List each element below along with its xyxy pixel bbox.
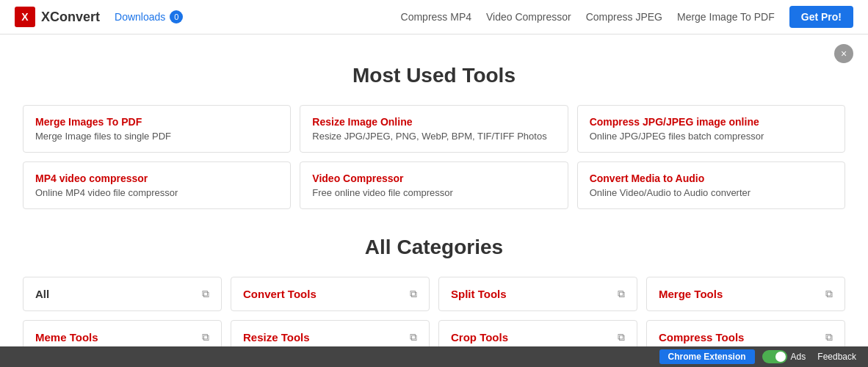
tool-card-4[interactable]: Video Compressor Free online video file …	[300, 161, 568, 209]
category-title-2: Split Tools	[451, 288, 507, 300]
tool-card-title-3: MP4 video compressor	[35, 172, 278, 184]
downloads-label: Downloads	[115, 11, 165, 23]
nav-link-compress-mp4[interactable]: Compress MP4	[401, 11, 471, 23]
category-title-4: Meme Tools	[35, 331, 98, 344]
logo-area: X XConvert	[15, 7, 100, 27]
category-title-6: Crop Tools	[451, 331, 508, 344]
external-link-icon-6: ⧉	[618, 331, 625, 344]
tool-card-desc-1: Resize JPG/JPEG, PNG, WebP, BPM, TIF/TIF…	[312, 131, 555, 142]
tool-card-desc-3: Online MP4 video file compressor	[35, 187, 278, 198]
tool-card-desc-5: Online Video/Audio to Audio converter	[590, 187, 833, 198]
external-link-icon-2: ⧉	[618, 288, 625, 300]
external-link-icon-1: ⧉	[410, 288, 417, 300]
categories-grid: All ⧉ Convert Tools ⧉ Split Tools ⧉ Merg…	[23, 277, 845, 355]
tool-card-1[interactable]: Resize Image Online Resize JPG/JPEG, PNG…	[300, 105, 568, 153]
tool-card-desc-0: Merge Image files to single PDF	[35, 131, 278, 142]
ads-toggle-area: Ads	[762, 350, 806, 355]
header: X XConvert Downloads 0 Compress MP4 Vide…	[0, 0, 868, 34]
header-nav: Compress MP4 Video Compressor Compress J…	[401, 6, 853, 28]
nav-link-compress-jpeg[interactable]: Compress JPEG	[586, 11, 662, 23]
close-button[interactable]: ×	[834, 44, 853, 63]
tool-card-3[interactable]: MP4 video compressor Online MP4 video fi…	[23, 161, 291, 209]
nav-link-video-compressor[interactable]: Video Compressor	[486, 11, 571, 23]
tool-card-desc-4: Free online video file compressor	[312, 187, 555, 198]
category-title-1: Convert Tools	[243, 288, 317, 300]
logo-text: XConvert	[41, 10, 100, 25]
tool-card-title-2: Compress JPG/JPEG image online	[590, 116, 833, 128]
tool-card-2[interactable]: Compress JPG/JPEG image online Online JP…	[577, 105, 845, 153]
logo-icon: X	[15, 7, 35, 27]
get-pro-button[interactable]: Get Pro!	[789, 6, 853, 28]
most-used-title: Most Used Tools	[23, 64, 845, 87]
category-title-5: Resize Tools	[243, 331, 310, 344]
nav-link-merge-image[interactable]: Merge Image To PDF	[677, 11, 775, 23]
tool-card-title-4: Video Compressor	[312, 172, 555, 184]
external-link-icon-7: ⧉	[825, 331, 833, 344]
category-title-0: All	[35, 288, 49, 300]
tool-card-desc-2: Online JPG/JPEG files batch compressor	[590, 131, 833, 142]
external-link-icon-3: ⧉	[825, 288, 833, 300]
ads-label: Ads	[791, 352, 806, 355]
downloads-badge: 0	[170, 10, 183, 23]
category-title-3: Merge Tools	[659, 288, 723, 300]
category-card-2[interactable]: Split Tools ⧉	[438, 277, 637, 311]
external-link-icon-0: ⧉	[202, 288, 209, 300]
feedback-button[interactable]: Feedback	[813, 350, 861, 355]
most-used-tools-grid: Merge Images To PDF Merge Image files to…	[23, 105, 845, 209]
main-content: Most Used Tools Merge Images To PDF Merg…	[8, 34, 860, 355]
tool-card-0[interactable]: Merge Images To PDF Merge Image files to…	[23, 105, 291, 153]
tool-card-title-1: Resize Image Online	[312, 116, 555, 128]
all-categories-title: All Categories	[23, 236, 845, 259]
tool-card-title-0: Merge Images To PDF	[35, 116, 278, 128]
external-link-icon-4: ⧉	[202, 331, 209, 344]
category-title-7: Compress Tools	[659, 331, 744, 344]
category-card-0[interactable]: All ⧉	[23, 277, 222, 311]
category-card-3[interactable]: Merge Tools ⧉	[646, 277, 845, 311]
external-link-icon-5: ⧉	[410, 331, 417, 344]
tool-card-5[interactable]: Convert Media to Audio Online Video/Audi…	[577, 161, 845, 209]
downloads-link[interactable]: Downloads 0	[115, 10, 183, 23]
tool-card-title-5: Convert Media to Audio	[590, 172, 833, 184]
chrome-extension-button[interactable]: Chrome Extension	[659, 349, 755, 355]
ads-toggle-switch[interactable]	[762, 350, 787, 355]
footer-bar: Chrome Extension Ads Feedback	[0, 346, 868, 355]
category-card-1[interactable]: Convert Tools ⧉	[231, 277, 430, 311]
